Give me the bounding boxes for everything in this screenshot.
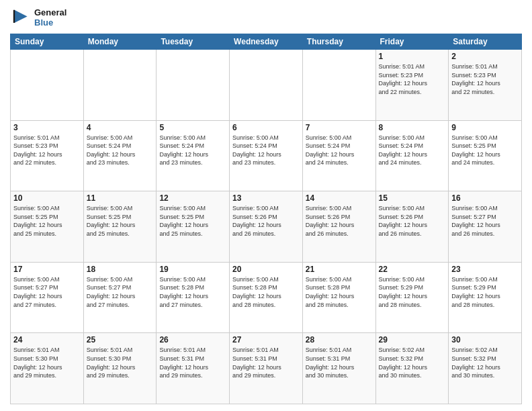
calendar-cell: 21Sunrise: 5:00 AM Sunset: 5:28 PM Dayli…: [302, 262, 375, 333]
day-number: 28: [306, 335, 373, 345]
day-number: 26: [159, 335, 226, 345]
day-number: 21: [306, 265, 373, 274]
day-info: Sunrise: 5:00 AM Sunset: 5:25 PM Dayligh…: [451, 134, 519, 167]
calendar-cell: 22Sunrise: 5:00 AM Sunset: 5:29 PM Dayli…: [375, 262, 449, 333]
logo-icon: [10, 7, 32, 28]
day-info: Sunrise: 5:00 AM Sunset: 5:26 PM Dayligh…: [306, 204, 373, 238]
day-info: Sunrise: 5:00 AM Sunset: 5:26 PM Dayligh…: [232, 204, 300, 238]
calendar-cell: 26Sunrise: 5:01 AM Sunset: 5:31 PM Dayli…: [157, 333, 230, 404]
day-number: 11: [87, 193, 154, 203]
calendar-cell: 30Sunrise: 5:02 AM Sunset: 5:32 PM Dayli…: [449, 333, 522, 404]
day-info: Sunrise: 5:00 AM Sunset: 5:24 PM Dayligh…: [232, 134, 300, 167]
calendar-header-monday: Monday: [83, 34, 157, 50]
day-number: 12: [159, 193, 226, 203]
day-info: Sunrise: 5:00 AM Sunset: 5:29 PM Dayligh…: [451, 275, 519, 309]
calendar-cell: 1Sunrise: 5:01 AM Sunset: 5:23 PM Daylig…: [375, 50, 449, 121]
day-info: Sunrise: 5:00 AM Sunset: 5:25 PM Dayligh…: [87, 204, 154, 238]
day-info: Sunrise: 5:00 AM Sunset: 5:28 PM Dayligh…: [159, 275, 226, 309]
day-info: Sunrise: 5:01 AM Sunset: 5:31 PM Dayligh…: [159, 346, 226, 379]
day-number: 4: [87, 123, 154, 132]
calendar-cell: 8Sunrise: 5:00 AM Sunset: 5:24 PM Daylig…: [375, 120, 449, 191]
day-info: Sunrise: 5:00 AM Sunset: 5:24 PM Dayligh…: [159, 134, 226, 167]
calendar-cell: 27Sunrise: 5:01 AM Sunset: 5:31 PM Dayli…: [230, 333, 303, 404]
calendar-cell: [230, 50, 303, 121]
calendar-cell: 10Sunrise: 5:00 AM Sunset: 5:25 PM Dayli…: [11, 191, 84, 263]
day-number: 17: [13, 265, 81, 274]
calendar-header-tuesday: Tuesday: [157, 34, 230, 50]
day-number: 9: [451, 123, 519, 132]
calendar-cell: 2Sunrise: 5:01 AM Sunset: 5:23 PM Daylig…: [449, 50, 522, 121]
day-number: 3: [13, 123, 81, 132]
calendar-week-row-3: 10Sunrise: 5:00 AM Sunset: 5:25 PM Dayli…: [11, 191, 522, 263]
calendar-cell: 14Sunrise: 5:00 AM Sunset: 5:26 PM Dayli…: [302, 191, 375, 263]
calendar-cell: 13Sunrise: 5:00 AM Sunset: 5:26 PM Dayli…: [230, 191, 303, 263]
day-number: 5: [159, 123, 226, 132]
day-number: 22: [379, 265, 446, 274]
day-number: 23: [451, 265, 519, 274]
day-info: Sunrise: 5:00 AM Sunset: 5:28 PM Dayligh…: [306, 275, 373, 309]
day-number: 19: [159, 265, 226, 274]
day-number: 10: [13, 193, 81, 203]
day-number: 8: [379, 123, 446, 132]
calendar-cell: 15Sunrise: 5:00 AM Sunset: 5:26 PM Dayli…: [375, 191, 449, 263]
day-info: Sunrise: 5:00 AM Sunset: 5:26 PM Dayligh…: [379, 204, 446, 238]
day-info: Sunrise: 5:01 AM Sunset: 5:30 PM Dayligh…: [87, 346, 154, 379]
calendar-week-row-4: 17Sunrise: 5:00 AM Sunset: 5:27 PM Dayli…: [11, 262, 522, 333]
calendar-cell: 12Sunrise: 5:00 AM Sunset: 5:25 PM Dayli…: [157, 191, 230, 263]
calendar-header-thursday: Thursday: [302, 34, 375, 50]
calendar-cell: [11, 50, 84, 121]
calendar-cell: 11Sunrise: 5:00 AM Sunset: 5:25 PM Dayli…: [83, 191, 157, 263]
day-info: Sunrise: 5:00 AM Sunset: 5:29 PM Dayligh…: [379, 275, 446, 309]
day-info: Sunrise: 5:01 AM Sunset: 5:30 PM Dayligh…: [13, 346, 81, 379]
day-number: 27: [232, 335, 300, 345]
logo-text: General Blue: [34, 7, 66, 28]
calendar-cell: 5Sunrise: 5:00 AM Sunset: 5:24 PM Daylig…: [157, 120, 230, 191]
day-number: 16: [451, 193, 519, 203]
calendar-header-friday: Friday: [375, 34, 449, 50]
day-info: Sunrise: 5:01 AM Sunset: 5:23 PM Dayligh…: [13, 134, 81, 167]
day-info: Sunrise: 5:00 AM Sunset: 5:27 PM Dayligh…: [13, 275, 81, 309]
day-number: 1: [379, 52, 446, 61]
day-number: 6: [232, 123, 300, 132]
day-info: Sunrise: 5:00 AM Sunset: 5:27 PM Dayligh…: [451, 204, 519, 238]
calendar-cell: 24Sunrise: 5:01 AM Sunset: 5:30 PM Dayli…: [11, 333, 84, 404]
day-info: Sunrise: 5:01 AM Sunset: 5:31 PM Dayligh…: [232, 346, 300, 379]
page: General Blue SundayMondayTuesdayWednesda…: [0, 0, 532, 411]
calendar-cell: 6Sunrise: 5:00 AM Sunset: 5:24 PM Daylig…: [230, 120, 303, 191]
calendar-cell: 18Sunrise: 5:00 AM Sunset: 5:27 PM Dayli…: [83, 262, 157, 333]
calendar-week-row-5: 24Sunrise: 5:01 AM Sunset: 5:30 PM Dayli…: [11, 333, 522, 404]
day-info: Sunrise: 5:00 AM Sunset: 5:27 PM Dayligh…: [87, 275, 154, 309]
day-info: Sunrise: 5:02 AM Sunset: 5:32 PM Dayligh…: [451, 346, 519, 379]
day-number: 25: [87, 335, 154, 345]
calendar-cell: [157, 50, 230, 121]
calendar-table: SundayMondayTuesdayWednesdayThursdayFrid…: [10, 34, 522, 404]
calendar-cell: 29Sunrise: 5:02 AM Sunset: 5:32 PM Dayli…: [375, 333, 449, 404]
day-number: 30: [451, 335, 519, 345]
calendar-header-row: SundayMondayTuesdayWednesdayThursdayFrid…: [11, 34, 522, 50]
header: General Blue: [10, 7, 522, 28]
calendar-week-row-2: 3Sunrise: 5:01 AM Sunset: 5:23 PM Daylig…: [11, 120, 522, 191]
day-info: Sunrise: 5:00 AM Sunset: 5:28 PM Dayligh…: [232, 275, 300, 309]
day-number: 7: [306, 123, 373, 132]
day-info: Sunrise: 5:00 AM Sunset: 5:24 PM Dayligh…: [87, 134, 154, 167]
day-info: Sunrise: 5:00 AM Sunset: 5:24 PM Dayligh…: [306, 134, 373, 167]
day-info: Sunrise: 5:01 AM Sunset: 5:23 PM Dayligh…: [451, 62, 519, 96]
day-number: 2: [451, 52, 519, 61]
day-number: 13: [232, 193, 300, 203]
day-number: 15: [379, 193, 446, 203]
logo: General Blue: [10, 7, 66, 28]
calendar-cell: 16Sunrise: 5:00 AM Sunset: 5:27 PM Dayli…: [449, 191, 522, 263]
day-info: Sunrise: 5:02 AM Sunset: 5:32 PM Dayligh…: [379, 346, 446, 379]
day-info: Sunrise: 5:00 AM Sunset: 5:25 PM Dayligh…: [159, 204, 226, 238]
calendar-header-saturday: Saturday: [449, 34, 522, 50]
calendar-cell: 23Sunrise: 5:00 AM Sunset: 5:29 PM Dayli…: [449, 262, 522, 333]
day-number: 24: [13, 335, 81, 345]
calendar-week-row-1: 1Sunrise: 5:01 AM Sunset: 5:23 PM Daylig…: [11, 50, 522, 121]
calendar-cell: [302, 50, 375, 121]
day-info: Sunrise: 5:01 AM Sunset: 5:23 PM Dayligh…: [379, 62, 446, 96]
day-info: Sunrise: 5:01 AM Sunset: 5:31 PM Dayligh…: [306, 346, 373, 379]
svg-rect-2: [13, 10, 15, 23]
calendar-cell: 3Sunrise: 5:01 AM Sunset: 5:23 PM Daylig…: [11, 120, 84, 191]
day-number: 14: [306, 193, 373, 203]
calendar-cell: 4Sunrise: 5:00 AM Sunset: 5:24 PM Daylig…: [83, 120, 157, 191]
